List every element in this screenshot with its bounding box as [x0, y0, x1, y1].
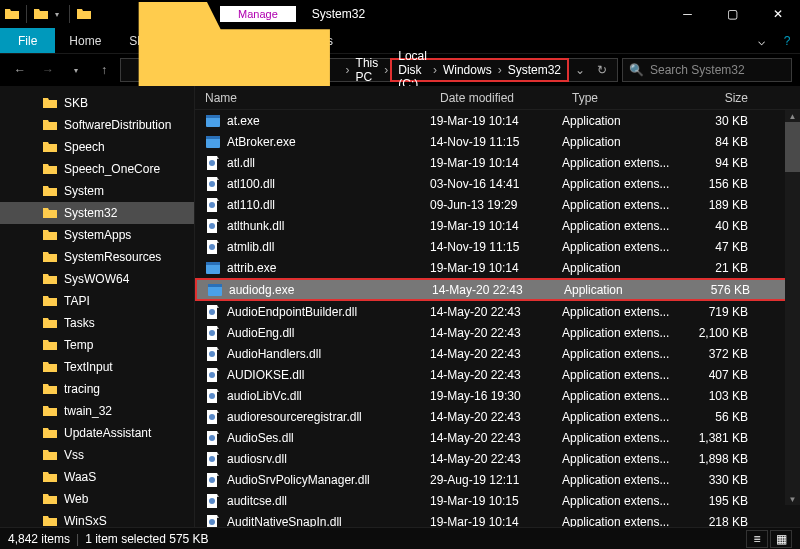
minimize-button[interactable]: ─	[665, 0, 710, 28]
maximize-button[interactable]: ▢	[710, 0, 755, 28]
file-date: 14-May-20 22:43	[430, 452, 562, 466]
folder-icon[interactable]	[76, 6, 92, 22]
tree-item-syswow64[interactable]: SysWOW64	[0, 268, 194, 290]
file-name: AuditNativeSnapIn.dll	[227, 515, 342, 528]
tree-item-systemapps[interactable]: SystemApps	[0, 224, 194, 246]
file-row[interactable]: AudioSes.dll14-May-20 22:43Application e…	[195, 427, 800, 448]
chevron-right-icon[interactable]: ›	[344, 63, 352, 77]
tree-item-textinput[interactable]: TextInput	[0, 356, 194, 378]
up-button[interactable]: ↑	[92, 58, 116, 82]
file-size: 407 KB	[680, 368, 762, 382]
navigation-tree[interactable]: SKBSoftwareDistributionSpeechSpeech_OneC…	[0, 86, 195, 527]
file-type: Application extens...	[562, 326, 680, 340]
help-button[interactable]: ?	[774, 28, 800, 53]
chevron-right-icon[interactable]: ›	[496, 63, 504, 77]
scroll-up-icon[interactable]: ▲	[785, 110, 800, 122]
recent-locations-button[interactable]: ▾	[64, 58, 88, 82]
main-area: SKBSoftwareDistributionSpeechSpeech_OneC…	[0, 86, 800, 527]
breadcrumb-localdisk[interactable]: Local Disk (C:)	[394, 59, 431, 81]
breadcrumb-thispc[interactable]: This PC	[352, 59, 383, 81]
file-name: attrib.exe	[227, 261, 276, 275]
file-type: Application extens...	[562, 240, 680, 254]
forward-button[interactable]: →	[36, 58, 60, 82]
back-button[interactable]: ←	[8, 58, 32, 82]
divider	[69, 5, 70, 23]
file-name: AtBroker.exe	[227, 135, 296, 149]
tab-home[interactable]: Home	[55, 28, 115, 53]
folder-icon[interactable]	[33, 6, 49, 22]
file-row[interactable]: atmlib.dll14-Nov-19 11:15Application ext…	[195, 236, 800, 257]
col-name[interactable]: Name	[195, 91, 430, 105]
tree-item-systemresources[interactable]: SystemResources	[0, 246, 194, 268]
tree-item-tracing[interactable]: tracing	[0, 378, 194, 400]
details-view-button[interactable]: ≡	[746, 530, 768, 548]
chevron-right-icon[interactable]: ›	[431, 63, 439, 77]
file-row[interactable]: atl100.dll03-Nov-16 14:41Application ext…	[195, 173, 800, 194]
file-name: audioLibVc.dll	[227, 389, 302, 403]
col-date[interactable]: Date modified	[430, 91, 562, 105]
chevron-down-icon[interactable]: ▾	[51, 10, 63, 19]
file-date: 14-May-20 22:43	[430, 368, 562, 382]
file-row[interactable]: audiosrv.dll14-May-20 22:43Application e…	[195, 448, 800, 469]
file-menu[interactable]: File	[0, 28, 55, 53]
tree-item-speech[interactable]: Speech	[0, 136, 194, 158]
file-size: 218 KB	[680, 515, 762, 528]
tree-item-waas[interactable]: WaaS	[0, 466, 194, 488]
tree-item-winsxs[interactable]: WinSxS	[0, 510, 194, 527]
file-row[interactable]: atl.dll19-Mar-19 10:14Application extens…	[195, 152, 800, 173]
tree-item-speech_onecore[interactable]: Speech_OneCore	[0, 158, 194, 180]
address-bar[interactable]: › This PC › Local Disk (C:) › Windows › …	[120, 58, 618, 82]
tree-item-softwaredistribution[interactable]: SoftwareDistribution	[0, 114, 194, 136]
window-title: System32	[304, 7, 665, 21]
col-size[interactable]: Size	[680, 91, 762, 105]
address-dropdown[interactable]: ⌄	[569, 63, 591, 77]
tree-item-temp[interactable]: Temp	[0, 334, 194, 356]
file-name: atmlib.dll	[227, 240, 274, 254]
title-bar: ▾ Manage System32 ─ ▢ ✕	[0, 0, 800, 28]
file-date: 19-May-16 19:30	[430, 389, 562, 403]
file-name: atl100.dll	[227, 177, 275, 191]
file-row[interactable]: at.exe19-Mar-19 10:14Application30 KB	[195, 110, 800, 131]
tree-item-web[interactable]: Web	[0, 488, 194, 510]
file-row[interactable]: AudioEndpointBuilder.dll14-May-20 22:43A…	[195, 301, 800, 322]
file-row[interactable]: audioLibVc.dll19-May-16 19:30Application…	[195, 385, 800, 406]
tree-item-tasks[interactable]: Tasks	[0, 312, 194, 334]
thumbnails-view-button[interactable]: ▦	[770, 530, 792, 548]
refresh-button[interactable]: ↻	[591, 63, 613, 77]
breadcrumb-windows[interactable]: Windows	[439, 59, 496, 81]
tree-item-system[interactable]: System	[0, 180, 194, 202]
file-row[interactable]: AudioHandlers.dll14-May-20 22:43Applicat…	[195, 343, 800, 364]
file-name: AudioEng.dll	[227, 326, 294, 340]
close-button[interactable]: ✕	[755, 0, 800, 28]
file-row[interactable]: atlthunk.dll19-Mar-19 10:14Application e…	[195, 215, 800, 236]
file-row[interactable]: AuditNativeSnapIn.dll19-Mar-19 10:14Appl…	[195, 511, 800, 527]
file-date: 14-May-20 22:43	[430, 410, 562, 424]
chevron-right-icon[interactable]: ›	[382, 63, 390, 77]
file-row[interactable]: audiodg.exe14-May-20 22:43Application576…	[195, 278, 800, 301]
file-type: Application extens...	[562, 389, 680, 403]
tree-item-twain_32[interactable]: twain_32	[0, 400, 194, 422]
file-type: Application	[562, 261, 680, 275]
scrollbar-thumb[interactable]	[785, 122, 800, 172]
file-type: Application extens...	[562, 431, 680, 445]
file-row[interactable]: AUDIOKSE.dll14-May-20 22:43Application e…	[195, 364, 800, 385]
file-row[interactable]: audioresourceregistrar.dll14-May-20 22:4…	[195, 406, 800, 427]
file-size: 1,898 KB	[680, 452, 762, 466]
col-type[interactable]: Type	[562, 91, 680, 105]
vertical-scrollbar[interactable]: ▲ ▼	[785, 110, 800, 505]
tree-item-skb[interactable]: SKB	[0, 92, 194, 114]
ribbon-collapse-button[interactable]: ⌵	[748, 28, 774, 53]
breadcrumb-system32[interactable]: System32	[504, 59, 565, 81]
file-row[interactable]: AudioSrvPolicyManager.dll29-Aug-19 12:11…	[195, 469, 800, 490]
file-row[interactable]: atl110.dll09-Jun-13 19:29Application ext…	[195, 194, 800, 215]
scroll-down-icon[interactable]: ▼	[785, 493, 800, 505]
tree-item-system32[interactable]: System32	[0, 202, 194, 224]
file-row[interactable]: AtBroker.exe14-Nov-19 11:15Application84…	[195, 131, 800, 152]
file-row[interactable]: auditcse.dll19-Mar-19 10:15Application e…	[195, 490, 800, 511]
tree-item-tapi[interactable]: TAPI	[0, 290, 194, 312]
file-row[interactable]: AudioEng.dll14-May-20 22:43Application e…	[195, 322, 800, 343]
search-input[interactable]: 🔍 Search System32	[622, 58, 792, 82]
tree-item-updateassistant[interactable]: UpdateAssistant	[0, 422, 194, 444]
file-row[interactable]: attrib.exe19-Mar-19 10:14Application21 K…	[195, 257, 800, 278]
tree-item-vss[interactable]: Vss	[0, 444, 194, 466]
